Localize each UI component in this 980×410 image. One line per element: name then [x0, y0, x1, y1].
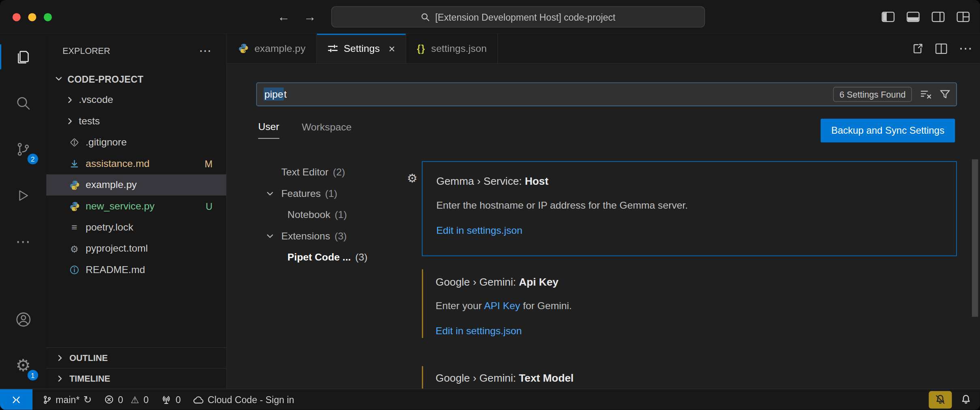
- activity-search[interactable]: [0, 80, 46, 126]
- tree-item-example-py[interactable]: example.py: [46, 174, 226, 195]
- toggle-secondary-sidebar-icon[interactable]: [931, 11, 945, 23]
- editor-group: example.py Settings × {} settings.json: [227, 34, 980, 389]
- modified-setting-indicator: [422, 366, 423, 389]
- tab-settings-json[interactable]: {} settings.json: [407, 34, 498, 63]
- errors-count: 0: [118, 394, 123, 405]
- tree-item-readme-md[interactable]: README.md: [46, 259, 226, 280]
- remote-indicator[interactable]: [0, 389, 32, 410]
- activity-more[interactable]: ⋯: [0, 219, 46, 265]
- chevron-right-icon: [65, 95, 75, 105]
- activity-settings[interactable]: ⚙ 1: [0, 342, 46, 389]
- do-not-disturb-indicator[interactable]: [929, 391, 952, 408]
- toc-text-editor[interactable]: Text Editor (2): [256, 162, 414, 183]
- sync-icon: ↻: [83, 395, 92, 405]
- root-label: CODE-PROJECT: [68, 73, 144, 84]
- search-icon: [15, 95, 31, 111]
- activity-source-control[interactable]: 2: [0, 126, 46, 173]
- toc-count: (2): [333, 167, 345, 178]
- warnings-count: 0: [143, 394, 149, 405]
- editor-actions: ⋯: [911, 34, 972, 64]
- settings-toc: Text Editor (2) Features (1) Notebook (1…: [256, 162, 414, 268]
- tab-settings[interactable]: Settings ×: [317, 34, 407, 63]
- forward-icon[interactable]: →: [304, 11, 316, 23]
- toggle-panel-icon[interactable]: [906, 11, 920, 23]
- settings-found-count: 6 Settings Found: [833, 87, 912, 102]
- tab-example-py[interactable]: example.py: [227, 34, 317, 63]
- setting-title: Gemma › Service: Host: [436, 174, 942, 189]
- open-settings-json-icon[interactable]: [911, 43, 924, 55]
- edit-in-settings-json-link[interactable]: Edit in settings.json: [436, 223, 942, 238]
- scm-changes-badge: 2: [28, 154, 38, 164]
- back-icon[interactable]: ←: [278, 11, 290, 23]
- status-bar: main* ↻ 0 ⚠ 0 0 Cloud Code - Sign in: [0, 389, 980, 410]
- minimize-window-button[interactable]: [28, 13, 36, 21]
- edit-in-settings-json-link[interactable]: Edit in settings.json: [436, 324, 943, 339]
- json-braces-icon: {}: [417, 44, 426, 53]
- scope-tab-workspace[interactable]: Workspace: [302, 122, 351, 139]
- lock-file-icon: ≡: [69, 222, 80, 233]
- errors-icon: [104, 395, 113, 404]
- toc-label: Text Editor: [281, 167, 329, 178]
- tree-item-label: assistance.md: [86, 158, 150, 169]
- close-window-button[interactable]: [13, 13, 21, 21]
- branch-status-item[interactable]: main* ↻: [36, 389, 98, 410]
- activity-explorer[interactable]: [0, 34, 46, 80]
- tree-item-poetry-lock[interactable]: ≡ poetry.lock: [46, 217, 226, 238]
- toggle-primary-sidebar-icon[interactable]: [881, 11, 895, 23]
- backup-sync-settings-button[interactable]: Backup and Sync Settings: [821, 119, 955, 143]
- setting-title: Google › Gemini: Text Model: [436, 371, 943, 386]
- settings-badge: 1: [28, 370, 38, 380]
- settings-scope-tabs: User Workspace: [258, 121, 352, 139]
- customize-layout-icon[interactable]: [956, 11, 970, 23]
- zoom-window-button[interactable]: [44, 13, 52, 21]
- split-editor-icon[interactable]: [935, 43, 948, 54]
- tree-root-code-project[interactable]: CODE-PROJECT: [46, 68, 226, 89]
- vertical-scrollbar[interactable]: [972, 159, 978, 317]
- toc-features[interactable]: Features (1): [256, 183, 414, 204]
- tree-item-label: pyproject.toml: [86, 243, 148, 254]
- toc-count: (1): [325, 188, 337, 199]
- problems-status-item[interactable]: 0 ⚠ 0: [98, 389, 155, 410]
- activity-bar: 2 ⋯ ⚙ 1: [0, 34, 46, 389]
- toml-gear-icon: ⚙: [69, 243, 80, 254]
- filter-icon[interactable]: [939, 89, 951, 100]
- setting-actions-gear-icon[interactable]: ⚙: [407, 173, 417, 184]
- clear-search-filters-icon[interactable]: [919, 88, 932, 100]
- close-icon[interactable]: ×: [389, 43, 395, 54]
- chevron-down-icon: [265, 231, 275, 241]
- explorer-more-icon[interactable]: ⋯: [199, 44, 211, 57]
- tree-item-pyproject-toml[interactable]: ⚙ pyproject.toml: [46, 238, 226, 259]
- remote-brackets-icon: [11, 395, 22, 404]
- timeline-label: TIMELINE: [69, 374, 110, 384]
- toc-pipet-code[interactable]: Pipet Code ... (3): [256, 247, 414, 268]
- api-key-link[interactable]: API Key: [484, 301, 520, 311]
- explorer-header: EXPLORER ⋯: [46, 34, 226, 67]
- status-right: [929, 389, 980, 410]
- tree-item-gitignore[interactable]: .gitignore: [46, 132, 226, 153]
- toc-extensions[interactable]: Extensions (3): [256, 226, 414, 247]
- chevron-right-icon: [55, 374, 65, 384]
- scope-tab-user[interactable]: User: [258, 121, 279, 139]
- tree-item-new-service-py[interactable]: new_service.py U: [46, 196, 226, 217]
- tree-item-assistance-md[interactable]: assistance.md M: [46, 153, 226, 174]
- ports-status-item[interactable]: 0: [155, 389, 187, 410]
- search-query-rest: t: [284, 89, 287, 99]
- settings-editor: pipet 6 Settings Found User Workspace Ba…: [227, 64, 980, 389]
- activity-account[interactable]: [0, 296, 46, 342]
- setting-category: Google › Gemini:: [436, 372, 519, 384]
- notifications-bell-icon[interactable]: [961, 394, 971, 405]
- settings-list: Gemma › Service: Host Enter the hostname…: [422, 161, 957, 389]
- setting-name: Api Key: [519, 276, 558, 288]
- settings-search-input[interactable]: pipet 6 Settings Found: [256, 83, 957, 107]
- toc-notebook[interactable]: Notebook (1): [256, 204, 414, 225]
- outline-section-header[interactable]: OUTLINE: [46, 347, 226, 368]
- command-center[interactable]: [Extension Development Host] code-projec…: [331, 6, 705, 27]
- setting-title: Google › Gemini: Api Key: [436, 275, 943, 290]
- activity-run-debug[interactable]: [0, 173, 46, 219]
- tree-item-tests[interactable]: tests: [46, 111, 226, 132]
- timeline-section-header[interactable]: TIMELINE: [46, 368, 226, 389]
- tree-item-vscode[interactable]: .vscode: [46, 90, 226, 111]
- cloud-code-status-item[interactable]: Cloud Code - Sign in: [187, 389, 300, 410]
- more-actions-icon[interactable]: ⋯: [959, 42, 973, 56]
- vscode-window: ← → [Extension Development Host] code-pr…: [0, 0, 980, 410]
